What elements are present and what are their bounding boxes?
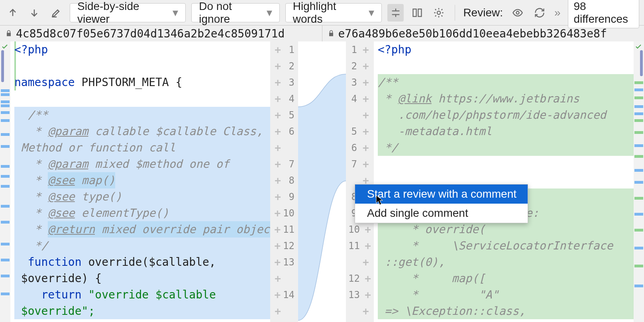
- gutter-row[interactable]: 12+: [346, 270, 373, 287]
- add-comment-icon[interactable]: +: [360, 77, 371, 88]
- add-comment-icon[interactable]: +: [360, 142, 371, 154]
- edit-icon[interactable]: [48, 4, 64, 22]
- add-comment-icon[interactable]: +: [272, 207, 283, 219]
- chevron-down-icon: ▾: [267, 6, 272, 19]
- eye-icon[interactable]: [510, 4, 525, 22]
- highlight-mode-dropdown[interactable]: Highlight words ▾: [285, 3, 382, 22]
- add-comment-icon[interactable]: +: [272, 305, 283, 317]
- line-number: 12: [346, 273, 362, 284]
- gutter-row[interactable]: 3+: [346, 74, 373, 90]
- add-comment-icon[interactable]: +: [360, 256, 371, 268]
- add-comment-icon[interactable]: +: [272, 256, 283, 268]
- collapse-unchanged-icon[interactable]: [387, 4, 403, 22]
- revision-hash-bar: 4c85d8c07f05e6737d04d1346a2b2e4c8509171d…: [0, 26, 644, 41]
- add-comment-icon[interactable]: +: [272, 289, 283, 301]
- diff-toolbar: Side-by-side viewer ▾ Do not ignore ▾ Hi…: [0, 0, 644, 26]
- gutter-row[interactable]: +4: [270, 90, 298, 107]
- gutter-row[interactable]: +13: [270, 254, 298, 270]
- right-marker-strip[interactable]: [634, 41, 644, 322]
- add-comment-icon[interactable]: +: [272, 109, 283, 121]
- code-text: <?php: [378, 41, 411, 58]
- add-comment-icon[interactable]: +: [272, 224, 283, 236]
- add-comment-icon[interactable]: +: [362, 273, 373, 285]
- prev-diff-icon[interactable]: [5, 4, 21, 22]
- gutter-row[interactable]: +7: [270, 156, 298, 172]
- right-gutter[interactable]: 1+2+3+4++5+6+7++8+9+10+11++12+13++: [346, 41, 374, 322]
- right-code[interactable]: <?php /** * @link https://www.jetbrains …: [374, 41, 634, 322]
- gutter-row[interactable]: 2+: [346, 58, 373, 74]
- left-code[interactable]: <?php namespace PHPSTORM_META { /** * @p…: [10, 41, 270, 322]
- add-comment-icon[interactable]: +: [360, 305, 371, 317]
- line-number: 11: [346, 240, 362, 251]
- add-comment-icon[interactable]: +: [272, 191, 283, 203]
- add-comment-icon[interactable]: +: [360, 44, 371, 56]
- gutter-row[interactable]: +: [346, 303, 373, 319]
- add-comment-icon[interactable]: +: [360, 93, 371, 105]
- line-number: 6: [346, 142, 360, 153]
- gutter-row[interactable]: +: [270, 270, 298, 287]
- next-diff-icon[interactable]: [26, 4, 42, 22]
- highlight-mode-label: Highlight words: [293, 0, 362, 26]
- gutter-row[interactable]: 10+: [346, 221, 373, 238]
- add-comment-icon[interactable]: +: [272, 77, 283, 88]
- add-comment-icon[interactable]: +: [362, 240, 373, 252]
- gutter-row[interactable]: 7+: [346, 156, 373, 172]
- add-comment-icon[interactable]: +: [360, 60, 371, 72]
- svg-rect-0: [413, 9, 416, 16]
- add-comment-icon[interactable]: +: [362, 289, 373, 301]
- gutter-row[interactable]: +10: [270, 205, 298, 221]
- menu-add-single-comment[interactable]: Add single comment: [355, 204, 528, 223]
- gutter-row[interactable]: +8: [270, 172, 298, 188]
- ignore-mode-dropdown[interactable]: Do not ignore ▾: [191, 3, 279, 22]
- toolbar-separator: [455, 5, 455, 21]
- refresh-icon[interactable]: [532, 4, 547, 22]
- add-comment-icon[interactable]: +: [272, 126, 283, 137]
- scrollbar-thumb[interactable]: [640, 50, 643, 76]
- add-comment-icon[interactable]: +: [360, 126, 371, 137]
- add-comment-icon[interactable]: +: [362, 224, 373, 236]
- gutter-row[interactable]: +: [270, 303, 298, 319]
- gutter-row[interactable]: +: [270, 139, 298, 156]
- add-comment-icon[interactable]: +: [272, 142, 283, 154]
- right-pane[interactable]: 1+2+3+4++5+6+7++8+9+10+11++12+13++ <?php…: [346, 41, 634, 322]
- gutter-row[interactable]: +9: [270, 188, 298, 205]
- gutter-row[interactable]: +3: [270, 74, 298, 90]
- add-comment-icon[interactable]: +: [272, 44, 283, 56]
- gutter-row[interactable]: +14: [270, 287, 298, 303]
- left-gutter[interactable]: +1+2+3+4+5+6++7+8+9+10+11+12+13++14+: [270, 41, 298, 322]
- gutter-row[interactable]: 6+: [346, 139, 373, 156]
- add-comment-icon[interactable]: +: [272, 60, 283, 72]
- gutter-row[interactable]: +11: [270, 221, 298, 238]
- gutter-row[interactable]: +2: [270, 58, 298, 74]
- gutter-row[interactable]: +: [346, 254, 373, 270]
- add-comment-icon[interactable]: +: [272, 273, 283, 285]
- gutter-row[interactable]: 1+: [346, 41, 373, 58]
- viewer-mode-dropdown[interactable]: Side-by-side viewer ▾: [70, 3, 186, 22]
- add-comment-icon[interactable]: +: [272, 240, 283, 252]
- code-text: $override";: [14, 303, 95, 319]
- sync-scroll-icon[interactable]: [409, 4, 425, 22]
- add-comment-icon[interactable]: +: [360, 158, 371, 170]
- gear-icon[interactable]: [431, 4, 447, 22]
- add-comment-icon[interactable]: +: [360, 109, 371, 121]
- gutter-row[interactable]: +1: [270, 41, 298, 58]
- scrollbar-thumb[interactable]: [1, 50, 4, 82]
- gutter-row[interactable]: +12: [270, 238, 298, 254]
- gutter-row[interactable]: +6: [270, 123, 298, 139]
- left-pane[interactable]: <?php namespace PHPSTORM_META { /** * @p…: [10, 41, 298, 322]
- line-number: 2: [283, 61, 298, 72]
- line-number: 14: [283, 289, 298, 300]
- gutter-row[interactable]: 5+: [346, 123, 373, 139]
- gutter-row[interactable]: +5: [270, 107, 298, 123]
- add-comment-icon[interactable]: +: [272, 175, 283, 187]
- gutter-row[interactable]: +: [346, 107, 373, 123]
- left-marker-strip[interactable]: [0, 41, 10, 322]
- add-comment-icon[interactable]: +: [272, 93, 283, 105]
- more-icon[interactable]: »: [554, 6, 561, 19]
- add-comment-icon[interactable]: +: [272, 158, 283, 170]
- line-number: 11: [283, 224, 298, 235]
- gutter-row[interactable]: 13+: [346, 287, 373, 303]
- gutter-row[interactable]: 11+: [346, 238, 373, 254]
- gutter-row[interactable]: 4+: [346, 90, 373, 107]
- code-text: .com/help/phpstorm/ide-advanced: [378, 107, 606, 123]
